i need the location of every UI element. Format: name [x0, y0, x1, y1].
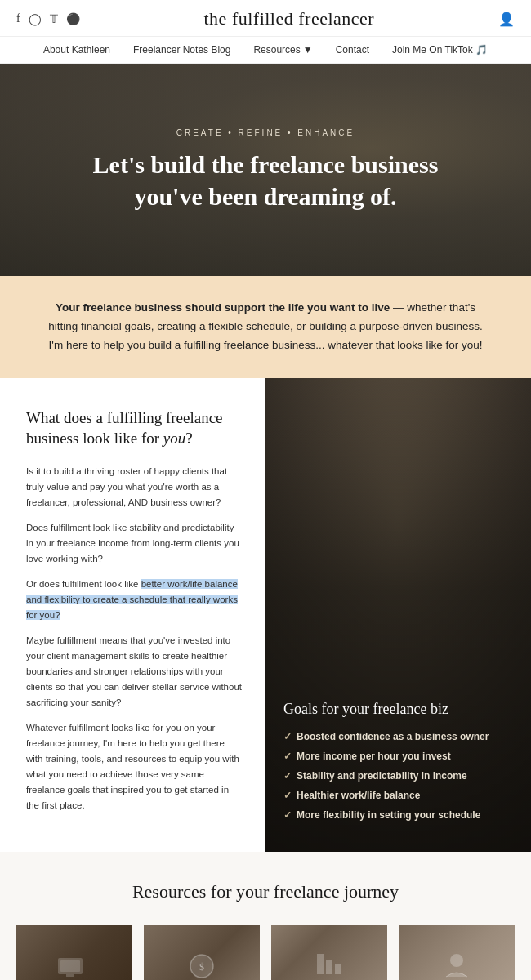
check-icon-4: ✓	[283, 790, 292, 801]
fulfilling-col: What does a fulfilling freelance busines…	[0, 378, 266, 853]
svg-point-8	[450, 954, 463, 967]
check-icon-3: ✓	[283, 770, 292, 782]
nav-tiktok[interactable]: Join Me On TikTok 🎵	[392, 44, 488, 56]
svg-text:$: $	[199, 961, 204, 973]
svg-rect-6	[326, 960, 332, 974]
user-account-icon[interactable]: 👤	[498, 11, 515, 27]
sales-illustration	[436, 946, 477, 980]
fulfilling-title-italic: you	[163, 430, 185, 447]
intro-bold: Your freelance business should support t…	[56, 301, 390, 314]
check-icon-5: ✓	[283, 809, 292, 821]
card-financial-img-inner	[271, 925, 387, 980]
card-sales-image	[399, 925, 515, 980]
goal-item-5: ✓ More flexibility in setting your sched…	[283, 809, 513, 821]
goal-label-2: More income per hour you invest	[297, 751, 451, 762]
card-rate-img-inner: $	[144, 925, 260, 980]
goal-label-5: More flexibility in setting your schedul…	[297, 809, 480, 821]
nav-about[interactable]: About Kathleen	[43, 44, 110, 56]
goals-title: Goals for your freelance biz	[283, 701, 513, 718]
resources-section: Resources for your freelance journey Ult…	[0, 852, 531, 980]
facebook-icon[interactable]: f	[16, 12, 20, 25]
fulfilling-para-3: Or does fulfillment look like better wor…	[26, 577, 243, 623]
goal-item-3: ✓ Stability and predictability in income	[283, 770, 513, 782]
hero-section: CREATE • REFINE • ENHANCE Let's build th…	[0, 64, 531, 276]
nav-blog[interactable]: Freelancer Notes Blog	[133, 44, 230, 56]
goal-label-3: Stability and predictability in income	[297, 770, 467, 782]
card-financial-image	[271, 925, 387, 980]
site-title: the fulfilled freelancer	[204, 8, 375, 29]
card-tools-image	[16, 925, 132, 980]
fulfilling-para-4: Maybe fulfillment means that you've inve…	[26, 633, 243, 710]
svg-rect-5	[317, 954, 324, 974]
intro-section: Your freelance business should support t…	[0, 276, 531, 378]
fulfilling-title-end: ?	[185, 430, 192, 447]
fulfilling-para-1: Is it to build a thriving roster of happ…	[26, 464, 243, 510]
fulfilling-title-start: What does a fulfilling freelance busines…	[26, 409, 223, 448]
nav-contact[interactable]: Contact	[336, 44, 369, 56]
tools-illustration	[54, 946, 95, 980]
card-sales: 24k Sold Freelancer Sales System Learn h…	[399, 925, 515, 980]
goal-label-1: Boosted confidence as a business owner	[297, 731, 489, 742]
goal-item-1: ✓ Boosted confidence as a business owner	[283, 731, 513, 742]
card-tools-img-inner	[16, 925, 132, 980]
twitter-icon[interactable]: 𝕋	[50, 12, 58, 26]
top-bar: f ◯ 𝕋 ⚫ the fulfilled freelancer 👤	[0, 0, 531, 37]
check-icon-1: ✓	[283, 731, 292, 742]
hero-tagline: CREATE • REFINE • ENHANCE	[176, 128, 355, 137]
fulfilling-para-5: Whatever fulfillment looks like for you …	[26, 720, 243, 813]
goal-item-2: ✓ More income per hour you invest	[283, 751, 513, 762]
card-rate-image: $	[144, 925, 260, 980]
resources-title: Resources for your freelance journey	[16, 881, 515, 902]
goal-label-4: Healthier work/life balance	[297, 790, 420, 801]
main-nav: About Kathleen Freelancer Notes Blog Res…	[0, 37, 531, 64]
card-sales-img-inner	[399, 925, 515, 980]
hero-headline: Let's build the freelance business you'v…	[53, 149, 478, 212]
intro-text: Your freelance business should support t…	[41, 299, 490, 355]
svg-rect-2	[66, 974, 74, 977]
fulfilling-para-2: Does fulfillment look like stability and…	[26, 520, 243, 567]
svg-rect-1	[60, 960, 80, 972]
goal-item-4: ✓ Healthier work/life balance	[283, 790, 513, 801]
svg-rect-7	[335, 964, 341, 974]
pinterest-icon[interactable]: ⚫	[66, 12, 80, 26]
nav-resources[interactable]: Resources ▼	[253, 44, 312, 56]
social-icons: f ◯ 𝕋 ⚫	[16, 12, 80, 26]
financial-illustration	[309, 946, 350, 980]
chevron-down-icon: ▼	[303, 44, 313, 56]
card-tools: Ultimate Freelancer Tools Directory My f…	[16, 925, 132, 980]
instagram-icon[interactable]: ◯	[29, 12, 42, 26]
card-financial: Freelancer Financial & Business Model St…	[271, 925, 387, 980]
fulfilling-title: What does a fulfilling freelance busines…	[26, 408, 243, 449]
goals-col: Goals for your freelance biz ✓ Boosted c…	[266, 378, 531, 853]
cards-grid: Ultimate Freelancer Tools Directory My f…	[16, 925, 515, 980]
highlighted-text: better work/life balance and flexibility…	[26, 579, 238, 620]
check-icon-2: ✓	[283, 751, 292, 762]
two-col-section: What does a fulfilling freelance busines…	[0, 378, 531, 853]
nav-resources-label: Resources	[253, 44, 300, 56]
goals-content: Goals for your freelance biz ✓ Boosted c…	[266, 681, 531, 852]
card-rate: $ Freelancer Hourly Rate Calculator Figu…	[144, 925, 260, 980]
rate-illustration: $	[181, 946, 222, 980]
